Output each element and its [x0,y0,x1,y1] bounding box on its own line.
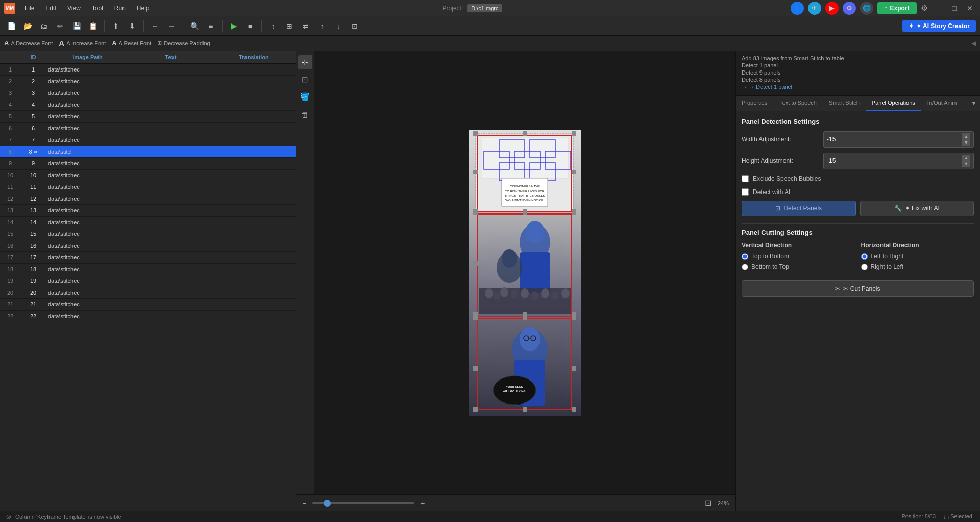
play-button[interactable]: ▶ [227,19,241,33]
delete-tool[interactable]: 🗑 [298,107,312,122]
fix-ai-button[interactable]: 🔧 ✦ Fix with AI [860,201,974,216]
table-row[interactable]: 16 16 data\stitchec [0,240,296,252]
down-button[interactable]: ↓ [331,19,346,33]
up-button[interactable]: ↑ [315,19,329,33]
table-row[interactable]: 17 17 data\stitchec [0,252,296,264]
export-file-button[interactable]: ⬇ [125,19,139,33]
youtube-icon[interactable]: ▶ [825,2,839,15]
table-row[interactable]: 22 22 data\stitchec [0,311,296,322]
width-down[interactable]: ▼ [962,139,970,146]
height-input[interactable] [827,157,868,164]
cut-panels-button[interactable]: ✂ ✂ Cut Panels [742,280,974,297]
bottom-to-top-radio[interactable] [742,264,748,270]
tab-properties[interactable]: Properties [736,96,773,111]
table-row[interactable]: 8 8 ✏ data\stitcl [0,146,296,158]
zoom-slider[interactable] [312,502,414,504]
telegram-icon[interactable]: ✈ [808,2,821,15]
facebook-icon[interactable]: f [791,2,804,15]
zoom-out-button[interactable]: − [302,499,306,507]
new-button[interactable]: 📄 [4,19,18,33]
decrease-padding-button[interactable]: ⊞ Decrease Padding [157,40,210,46]
table-row[interactable]: 5 5 data\stitchec [0,111,296,123]
row-path: data\stitchec [46,111,129,122]
tab-tts[interactable]: Text to Speech [773,96,823,111]
tab-inout-anim[interactable]: In/Out Anim [921,96,963,111]
row-id: 1 [20,64,46,75]
left-to-right-radio[interactable] [861,253,868,260]
table-row[interactable]: 21 21 data\stitchec [0,299,296,311]
table-row[interactable]: 4 4 data\stitchec [0,99,296,111]
width-up[interactable]: ▲ [962,133,970,139]
row-id: 22 [20,311,46,322]
edit-button[interactable]: ✏ [53,19,67,33]
minimize-button[interactable]: — [932,4,945,12]
crop-button[interactable]: ⊡ [348,19,362,33]
tab-more-button[interactable]: ▼ [968,96,980,111]
table-row[interactable]: 6 6 data\stitchec [0,123,296,134]
zoom-button[interactable]: 🔍 [187,19,202,33]
menu-run[interactable]: Run [109,3,131,14]
discord-icon[interactable]: ⚙ [843,2,856,15]
table-row[interactable]: 19 19 data\stitchec [0,275,296,287]
table-row[interactable]: 1 1 data\stitchec [0,64,296,76]
crop-tool[interactable]: ⊡ [298,73,312,87]
table-row[interactable]: 14 14 data\stitchec [0,217,296,228]
table-row[interactable]: 18 18 data\stitchec [0,264,296,275]
sort-button[interactable]: ↕ [266,19,280,33]
status-message: Column 'Keyframe Template' is now visibl… [15,514,121,520]
undo-button[interactable]: ← [148,19,162,33]
decrease-font-button[interactable]: A A Decrease Font [4,39,53,47]
arrange-button[interactable]: ⇄ [299,19,313,33]
redo-button[interactable]: → [164,19,179,33]
menu-view[interactable]: View [62,3,86,14]
list-button[interactable]: ≡ [204,19,218,33]
detect-panels-button[interactable]: ⊡ Detect Panels [742,201,856,216]
globe-icon[interactable]: 🌐 [860,2,873,15]
table-row[interactable]: 2 2 data\stitchec [0,76,296,87]
select-tool[interactable]: ⊹ [298,55,312,69]
reset-font-button[interactable]: A A Reset Font [112,39,151,47]
height-down[interactable]: ▼ [962,161,970,167]
ai-story-button[interactable]: ✦ ✦ AI Story Creator [902,20,976,32]
stop-button[interactable]: ■ [243,19,257,33]
columns-button[interactable]: ⊞ [282,19,297,33]
saveas-button[interactable]: 📋 [86,19,100,33]
top-to-bottom-radio[interactable] [742,253,748,260]
settings-icon[interactable]: ⚙ [921,3,928,13]
table-row[interactable]: 11 11 data\stitchec [0,181,296,193]
width-input[interactable] [827,136,868,143]
row-text [129,275,212,287]
save-button[interactable]: 💾 [69,19,84,33]
height-up[interactable]: ▲ [962,155,970,161]
menu-edit[interactable]: Edit [40,3,61,14]
zoom-fit-button[interactable]: ⊡ [705,498,712,508]
table-row[interactable]: 15 15 data\stitchec [0,228,296,240]
tab-panel-operations[interactable]: Panel Operations [866,96,921,111]
right-to-left-radio[interactable] [861,264,868,270]
table-row[interactable]: 20 20 data\stitchec [0,287,296,299]
close-button[interactable]: ✕ [964,4,976,12]
menu-file[interactable]: File [19,3,39,14]
svg-rect-65 [473,407,478,412]
import-button[interactable]: ⬆ [109,19,123,33]
exclude-speech-checkbox[interactable] [742,175,749,182]
table-row[interactable]: 12 12 data\stitchec [0,193,296,205]
menu-help[interactable]: Help [132,3,155,14]
zoom-in-button[interactable]: + [421,499,425,507]
tab-smart-stitch[interactable]: Smart Stitch [823,96,866,111]
table-row[interactable]: 10 10 data\stitchec [0,170,296,181]
table-row[interactable]: 13 13 data\stitchec [0,205,296,217]
open-button[interactable]: 📂 [20,19,35,33]
paint-tool[interactable]: 🪣 [298,90,312,104]
menu-tool[interactable]: Tool [87,3,108,14]
table-row[interactable]: 3 3 data\stitchec [0,87,296,99]
sub-toolbar-collapse[interactable]: ◀ [971,40,976,47]
export-button[interactable]: ↑ Export [877,2,917,14]
maximize-button[interactable]: □ [949,4,960,12]
increase-font-button[interactable]: A A Increase Font [59,39,106,48]
detect-ai-checkbox[interactable] [742,188,749,196]
table-row[interactable]: 9 9 data\stitchec [0,158,296,170]
table-row[interactable]: 7 7 data\stitchec [0,134,296,146]
project-path[interactable]: D:/c1.mgrc [467,4,502,12]
folder-button[interactable]: 🗂 [37,19,51,33]
